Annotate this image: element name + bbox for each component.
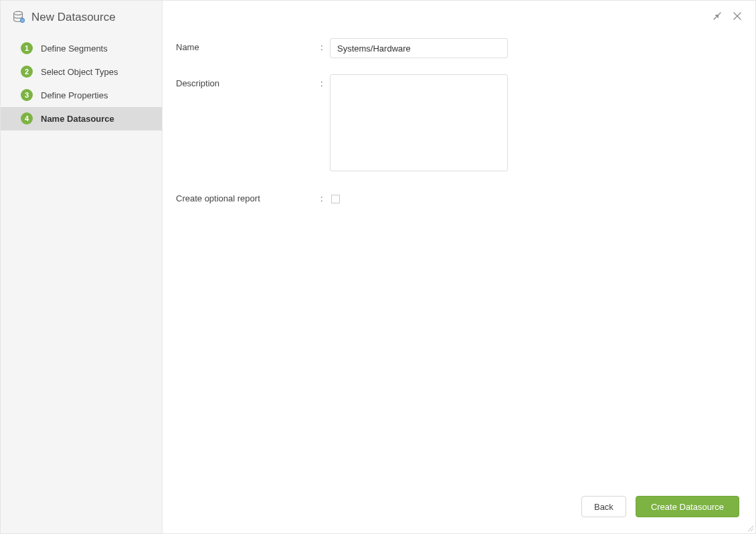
step-name-datasource[interactable]: 4 Name Datasource bbox=[1, 107, 162, 130]
svg-point-0 bbox=[14, 11, 23, 15]
back-button[interactable]: Back bbox=[581, 496, 626, 517]
datasource-icon bbox=[11, 10, 26, 25]
step-label: Define Segments bbox=[41, 43, 108, 54]
name-label: Name bbox=[176, 38, 320, 52]
step-define-segments[interactable]: 1 Define Segments bbox=[1, 37, 162, 60]
description-label: Description bbox=[176, 74, 320, 88]
create-report-label: Create optional report bbox=[176, 189, 320, 203]
step-label: Define Properties bbox=[41, 90, 108, 100]
name-input[interactable] bbox=[330, 38, 508, 58]
main-panel: Name : Description : Create optional rep… bbox=[163, 1, 755, 533]
resize-handle-icon[interactable] bbox=[746, 524, 754, 532]
description-row: Description : bbox=[176, 74, 742, 173]
description-input[interactable] bbox=[330, 74, 508, 171]
dialog-title: New Datasource bbox=[31, 11, 116, 24]
step-number-badge: 3 bbox=[21, 89, 33, 101]
step-number-badge: 2 bbox=[21, 66, 33, 78]
create-report-row: Create optional report : bbox=[176, 189, 742, 205]
colon: : bbox=[320, 189, 330, 203]
form-area: Name : Description : Create optional rep… bbox=[176, 13, 742, 221]
dialog-window: New Datasource 1 Define Segments 2 Selec… bbox=[0, 0, 756, 534]
step-select-object-types[interactable]: 2 Select Object Types bbox=[1, 60, 162, 84]
step-number-badge: 4 bbox=[21, 112, 33, 124]
create-datasource-button[interactable]: Create Datasource bbox=[636, 496, 739, 517]
dialog-footer: Back Create Datasource bbox=[176, 496, 742, 520]
step-define-properties[interactable]: 3 Define Properties bbox=[1, 84, 162, 107]
step-label: Select Object Types bbox=[41, 67, 118, 77]
colon: : bbox=[320, 74, 330, 88]
window-controls bbox=[711, 10, 743, 22]
create-report-checkbox[interactable] bbox=[331, 195, 340, 203]
maximize-icon[interactable] bbox=[711, 10, 723, 22]
step-number-badge: 1 bbox=[21, 42, 33, 54]
step-label: Name Datasource bbox=[41, 114, 114, 124]
sidebar-header: New Datasource bbox=[1, 1, 162, 37]
wizard-steps: 1 Define Segments 2 Select Object Types … bbox=[1, 37, 162, 130]
wizard-sidebar: New Datasource 1 Define Segments 2 Selec… bbox=[1, 1, 163, 533]
name-row: Name : bbox=[176, 38, 742, 58]
close-icon[interactable] bbox=[731, 10, 743, 22]
colon: : bbox=[320, 38, 330, 52]
